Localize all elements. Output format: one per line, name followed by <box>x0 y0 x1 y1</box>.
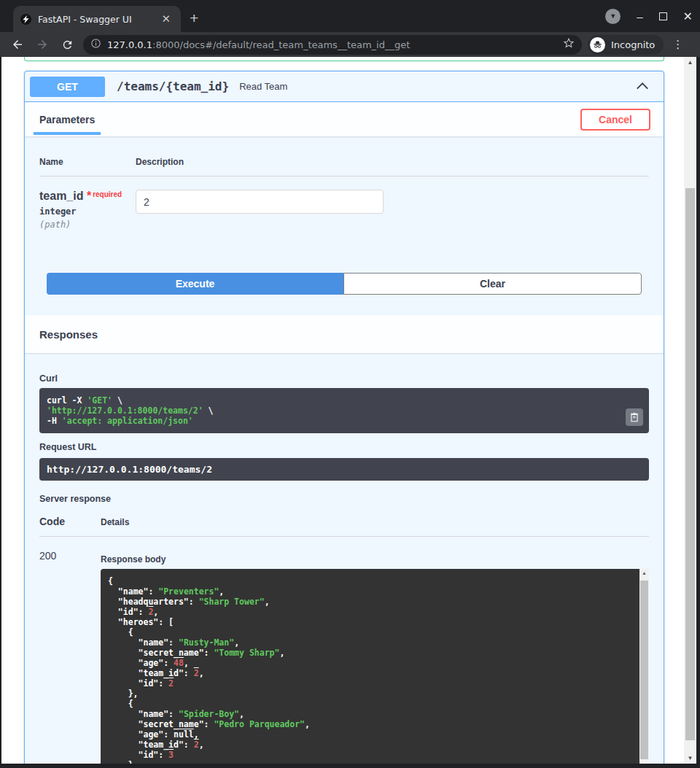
responses-inner: Curl curl -X 'GET' \ 'http://127.0.0.1:8… <box>25 353 664 764</box>
parameters-section: Name Description team_id *required integ… <box>25 136 664 230</box>
curl-label: Curl <box>39 373 649 384</box>
page-scrollbar: ▲ ▼ <box>684 57 696 764</box>
forward-button[interactable] <box>35 37 50 52</box>
bookmark-star-icon[interactable] <box>563 37 575 52</box>
browser-toolbar: 127.0.0.1:8000/docs#/default/read_team_t… <box>0 32 700 57</box>
close-button[interactable]: ✕ <box>683 12 693 22</box>
param-name: team_id *required <box>39 190 136 203</box>
clear-button[interactable]: Clear <box>343 273 642 295</box>
collapse-button[interactable] <box>636 80 649 93</box>
page-viewport: GET /teams/{team_id} Read Team Parameter… <box>1 57 696 764</box>
cancel-button[interactable]: Cancel <box>580 109 650 131</box>
reload-button[interactable] <box>60 37 74 52</box>
tab-parameters[interactable]: Parameters <box>34 102 101 136</box>
method-badge: GET <box>30 77 105 97</box>
param-location: (path) <box>39 220 136 230</box>
url-bar[interactable]: 127.0.0.1:8000/docs#/default/read_team_t… <box>83 35 582 55</box>
code-column-header: Code <box>39 516 101 527</box>
incognito-icon <box>590 37 605 53</box>
server-response-label: Server response <box>39 494 649 504</box>
browser-tab[interactable]: FastAPI - Swagger UI ✕ <box>13 6 181 32</box>
browser-menu-button[interactable]: ⋮ <box>672 38 683 51</box>
param-type: integer <box>39 206 136 217</box>
url-host: 127.0.0.1 <box>107 39 152 50</box>
url-text: 127.0.0.1:8000/docs#/default/read_team_t… <box>107 39 563 50</box>
tab-title: FastAPI - Swagger UI <box>38 14 158 25</box>
curl-code: curl -X 'GET' \ 'http://127.0.0.1:8000/t… <box>47 395 642 426</box>
execute-button[interactable]: Execute <box>47 273 343 295</box>
params-name-header: Name <box>39 157 136 167</box>
page-info-icon[interactable] <box>90 38 101 52</box>
incognito-badge: Incognito <box>588 35 664 55</box>
params-description-header: Description <box>136 157 184 167</box>
chevron-down-icon: ▼ <box>610 13 616 20</box>
required-label: required <box>93 190 122 198</box>
fastapi-favicon-icon <box>20 14 31 25</box>
previous-opblock-edge <box>24 57 664 61</box>
param-row: team_id *required integer (path) <box>39 177 649 230</box>
execute-wrapper: Execute Clear <box>25 273 664 295</box>
back-button[interactable] <box>10 37 25 52</box>
responses-section-header: Responses <box>25 315 664 353</box>
page-scrollbar-thumb[interactable] <box>685 188 695 740</box>
maximize-button[interactable] <box>659 12 667 20</box>
copy-button[interactable] <box>626 408 643 426</box>
request-url-label: Request URL <box>39 442 649 452</box>
param-value-input[interactable] <box>136 190 384 214</box>
incognito-label: Incognito <box>611 39 655 50</box>
browser-window: FastAPI - Swagger UI ✕ + ▼ – ✕ 127.0.0.1… <box>0 0 700 768</box>
opblock-summary[interactable]: GET /teams/{team_id} Read Team <box>25 71 664 102</box>
response-body-label: Response body <box>101 548 649 565</box>
response-body-json: { "name": "Preventers", "headquarters": … <box>101 569 639 764</box>
url-path: :8000/docs#/default/read_team_teams__tea… <box>152 39 410 50</box>
required-asterisk: * <box>83 190 91 202</box>
status-code: 200 <box>39 548 101 764</box>
clipboard-icon <box>629 412 639 422</box>
curl-block: curl -X 'GET' \ 'http://127.0.0.1:8000/t… <box>39 388 649 433</box>
details-column-header: Details <box>101 517 129 527</box>
parameters-tab-header: Parameters Cancel <box>25 102 664 136</box>
response-scrollbar: ▲ <box>639 569 649 764</box>
endpoint-path: /teams/{team_id} <box>117 79 229 93</box>
window-menu-button[interactable]: ▼ <box>605 9 621 24</box>
request-url-value: http://127.0.0.1:8000/teams/2 <box>39 458 649 481</box>
browser-titlebar: FastAPI - Swagger UI ✕ + ▼ – ✕ <box>0 0 700 32</box>
tab-close-icon[interactable]: ✕ <box>158 12 174 26</box>
response-scrollbar-thumb[interactable] <box>640 581 648 759</box>
swagger-page: GET /teams/{team_id} Read Team Parameter… <box>1 57 684 764</box>
minimize-button[interactable]: – <box>637 14 642 20</box>
opblock-get: GET /teams/{team_id} Read Team Parameter… <box>24 71 664 764</box>
page-scroll-up-icon[interactable]: ▲ <box>684 59 696 66</box>
response-body-block: { "name": "Preventers", "headquarters": … <box>101 569 649 764</box>
page-scroll-down-icon[interactable]: ▼ <box>684 755 696 761</box>
scroll-up-icon[interactable]: ▲ <box>639 570 649 575</box>
response-row: 200 Response body { "name": "Preventers"… <box>39 548 649 764</box>
responses-title: Responses <box>39 328 98 341</box>
new-tab-button[interactable]: + <box>190 10 198 26</box>
chevron-up-icon <box>636 82 649 90</box>
endpoint-summary: Read Team <box>239 81 636 92</box>
